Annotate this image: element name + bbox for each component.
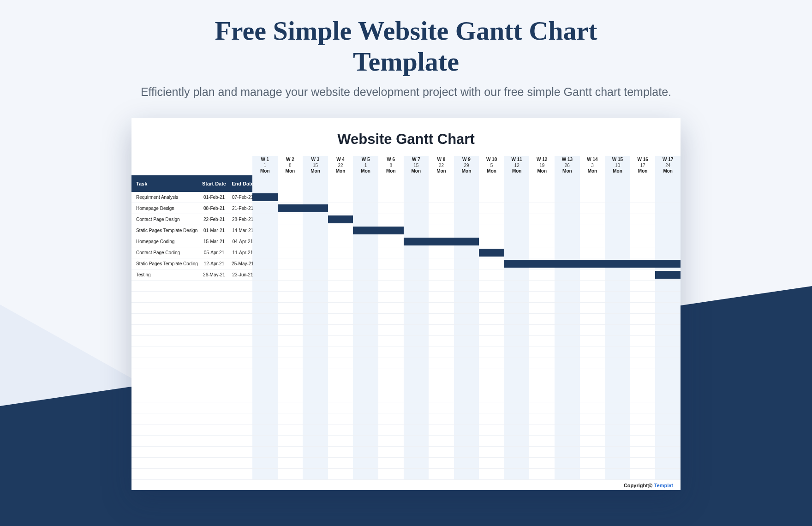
gantt-cell [353, 258, 378, 269]
empty-row-label [131, 458, 252, 469]
gantt-cell [328, 225, 353, 236]
empty-cell [303, 424, 328, 436]
week-date: 29 [454, 163, 479, 169]
empty-cell [252, 447, 278, 458]
empty-row-label [131, 413, 252, 424]
week-header: W 1326Mon [555, 156, 580, 175]
empty-cell [378, 347, 404, 358]
empty-cell [655, 369, 681, 380]
task-name: Testing [136, 272, 200, 277]
empty-cell [529, 347, 555, 358]
task-start: 26-May-21 [200, 272, 228, 277]
empty-cell [278, 358, 303, 369]
gantt-cell [404, 258, 429, 269]
empty-cell [580, 391, 605, 402]
gantt-cell [303, 258, 328, 269]
empty-cell [404, 380, 429, 391]
week-label: W 1 [252, 157, 278, 163]
gantt-cell [378, 258, 404, 269]
empty-cell [303, 292, 328, 303]
gantt-cell [529, 236, 555, 247]
empty-row-label [131, 281, 252, 292]
empty-cell [278, 369, 303, 380]
gantt-cell [252, 247, 278, 258]
gantt-cell [404, 203, 429, 214]
gantt-cell [252, 269, 278, 281]
week-header: W 1617Mon [630, 156, 656, 175]
task-name: Static Pages Template Design [136, 228, 200, 233]
empty-cell [529, 402, 555, 413]
gantt-cell [328, 258, 353, 269]
empty-row-label [131, 469, 252, 480]
gantt-bar [655, 260, 681, 268]
empty-cell [252, 325, 278, 336]
empty-cell [605, 447, 630, 458]
gantt-cell [378, 225, 404, 236]
gantt-cell [655, 214, 681, 225]
copyright-link[interactable]: Templat [654, 483, 673, 488]
week-date: 22 [429, 163, 454, 169]
week-label: W 2 [278, 157, 303, 163]
empty-cell [605, 358, 630, 369]
empty-cell [429, 369, 454, 380]
week-header: W 1219Mon [529, 156, 555, 175]
empty-cell [529, 292, 555, 303]
empty-cell [328, 424, 353, 436]
empty-cell [580, 314, 605, 325]
empty-cell [504, 458, 530, 469]
empty-row-label [131, 391, 252, 402]
empty-cell [504, 281, 530, 292]
week-label: W 16 [630, 157, 656, 163]
week-label: W 11 [504, 157, 530, 163]
empty-cell [479, 314, 504, 325]
empty-cell [278, 402, 303, 413]
empty-cell [630, 336, 656, 347]
empty-cell [655, 447, 681, 458]
empty-cell [454, 292, 479, 303]
empty-cell [278, 303, 303, 314]
empty-cell [504, 292, 530, 303]
empty-cell [454, 436, 479, 447]
gantt-cell [404, 247, 429, 258]
gantt-cell [252, 225, 278, 236]
empty-cell [479, 436, 504, 447]
empty-cell [630, 469, 656, 480]
gantt-cell [303, 214, 328, 225]
empty-cell [252, 458, 278, 469]
empty-cell [529, 314, 555, 325]
empty-cell [328, 281, 353, 292]
week-date: 19 [529, 163, 555, 169]
empty-row-label [131, 380, 252, 391]
gantt-bar [404, 238, 429, 245]
gantt-cell [278, 247, 303, 258]
empty-cell [655, 402, 681, 413]
gantt-cell [378, 236, 404, 247]
gantt-cell [303, 225, 328, 236]
week-date: 24 [655, 163, 681, 169]
sheet-title: Website Gantt Chart [131, 131, 681, 148]
empty-cell [630, 281, 656, 292]
empty-cell [655, 380, 681, 391]
gantt-cell [378, 269, 404, 281]
gantt-cell [429, 258, 454, 269]
gantt-bar [479, 249, 504, 257]
empty-cell [504, 447, 530, 458]
week-day: Mon [252, 168, 278, 174]
gantt-cell [252, 214, 278, 225]
week-label: W 7 [404, 157, 429, 163]
empty-cell [630, 424, 656, 436]
empty-cell [303, 469, 328, 480]
empty-cell [454, 447, 479, 458]
empty-cell [353, 358, 378, 369]
gantt-bar [454, 238, 479, 245]
gantt-cell [630, 247, 656, 258]
week-header: W 822Mon [429, 156, 454, 175]
empty-cell [252, 436, 278, 447]
empty-cell [479, 336, 504, 347]
task-start: 05-Apr-21 [200, 250, 228, 255]
empty-cell [555, 458, 580, 469]
gantt-bar [429, 238, 454, 245]
empty-cell [278, 458, 303, 469]
empty-row-label [131, 369, 252, 380]
empty-cell [479, 391, 504, 402]
